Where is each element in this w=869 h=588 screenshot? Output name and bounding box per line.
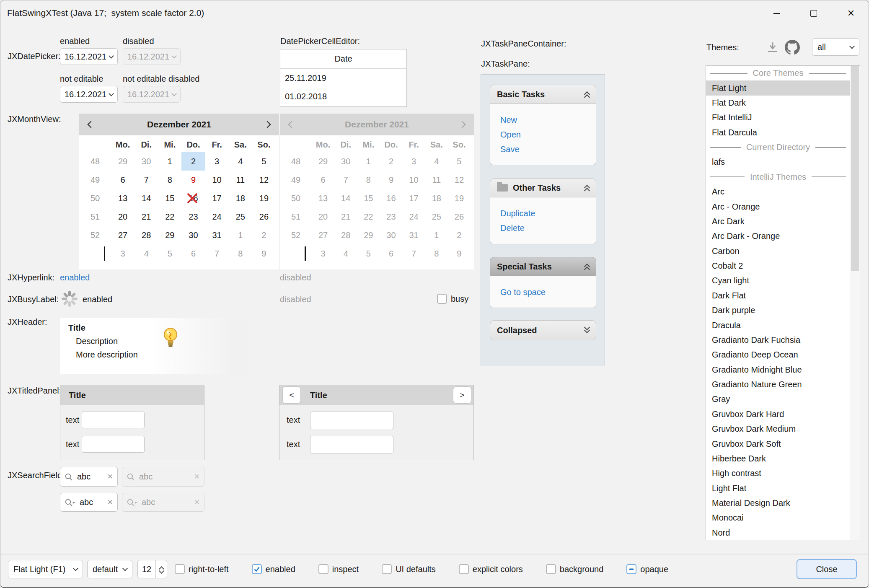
themes-filter-combo[interactable]: all — [812, 38, 859, 56]
day-cell[interactable]: 18 — [229, 189, 252, 207]
text-input[interactable] — [82, 436, 145, 453]
day-cell[interactable]: 15 — [158, 189, 181, 207]
search-field-enabled[interactable]: ✕ — [60, 467, 118, 487]
theme-list-item[interactable]: Arc Dark — [706, 214, 850, 229]
day-cell[interactable]: 29 — [158, 226, 181, 244]
theme-list-item[interactable]: Gradianto Nature Green — [706, 377, 850, 392]
laf-combo[interactable]: Flat Light (F1) — [8, 560, 83, 578]
checkbox-unchecked[interactable] — [382, 564, 392, 574]
theme-list-item[interactable]: Arc — [706, 184, 850, 199]
day-cell[interactable]: 11 — [229, 171, 252, 189]
search-input[interactable] — [79, 497, 104, 508]
day-cell[interactable]: 2 — [252, 226, 276, 244]
busy-checkbox[interactable] — [437, 294, 447, 304]
task-link[interactable]: Save — [500, 142, 596, 157]
day-cell[interactable]: 5 — [158, 244, 181, 263]
theme-list-item[interactable]: Monocai — [706, 510, 850, 525]
theme-list-item[interactable]: Arc - Orange — [706, 199, 850, 214]
checkbox-group-explicit-colors[interactable]: explicit colors — [459, 564, 523, 574]
day-cell[interactable]: 4 — [229, 152, 252, 171]
day-cell[interactable]: 31 — [205, 226, 229, 244]
titled-panel-prev-button[interactable]: < — [282, 386, 301, 404]
task-link[interactable]: New — [500, 113, 596, 127]
day-cell[interactable]: 26 — [252, 207, 276, 226]
task-link[interactable]: Go to space — [500, 285, 596, 300]
theme-list-item[interactable]: Dark Flat — [706, 288, 850, 303]
text-input[interactable] — [82, 412, 145, 428]
style-combo[interactable]: default — [87, 560, 132, 578]
collapse-icon[interactable] — [585, 264, 589, 269]
checkbox-unchecked[interactable] — [175, 564, 185, 574]
day-cell[interactable]: 29 — [111, 152, 134, 171]
day-cell[interactable]: 3 — [111, 244, 134, 263]
day-cell[interactable]: 27 — [111, 226, 134, 244]
checkbox-unchecked[interactable] — [318, 564, 328, 574]
expand-icon[interactable] — [585, 327, 589, 333]
theme-list-item[interactable]: lafs — [706, 155, 850, 169]
close-window-button[interactable]: ✕ — [838, 0, 864, 26]
clear-search-icon[interactable]: ✕ — [107, 498, 113, 507]
chevron-down-icon[interactable] — [109, 53, 114, 59]
theme-list-item[interactable]: High contrast — [706, 466, 850, 481]
day-cell[interactable]: 23 — [181, 207, 205, 226]
theme-list-item[interactable]: Flat IntelliJ — [706, 110, 850, 125]
day-cell[interactable]: 8 — [229, 244, 252, 263]
day-cell[interactable]: 20 — [111, 207, 134, 226]
day-cell[interactable]: 8 — [158, 171, 181, 189]
day-cell[interactable]: 3 — [205, 152, 229, 171]
theme-list-item[interactable]: Dracula — [706, 318, 850, 332]
day-cell[interactable]: 22 — [158, 207, 181, 226]
theme-list-item[interactable]: Gruvbox Dark Medium — [706, 422, 850, 436]
day-cell[interactable]: 6 — [111, 171, 134, 189]
datepicker-cell-editor-table[interactable]: Date 25.11.201901.02.2018 — [280, 49, 407, 107]
day-cell[interactable]: 28 — [134, 226, 158, 244]
task-link[interactable]: Delete — [500, 221, 596, 236]
taskpane-header[interactable]: Collapsed — [490, 320, 596, 340]
chevron-down-icon[interactable] — [109, 91, 114, 96]
checkbox-group-inspect[interactable]: inspect — [318, 564, 359, 574]
day-cell[interactable]: 10 — [205, 171, 229, 189]
taskpane-header[interactable]: Other Tasks — [490, 178, 596, 197]
theme-list-item[interactable]: Arc Dark - Orange — [706, 229, 850, 243]
minimize-button[interactable] — [763, 0, 790, 26]
day-cell[interactable]: 21 — [134, 207, 158, 226]
day-cell[interactable]: 25 — [229, 207, 252, 226]
font-size-spinner[interactable]: 12 — [137, 560, 167, 578]
theme-list-item[interactable]: Cyan light — [706, 273, 850, 288]
theme-list-item[interactable]: Material Design Dark — [706, 496, 850, 510]
datepicker-noteditable[interactable]: 16.12.2021 — [60, 86, 118, 103]
checkbox-checked[interactable] — [252, 564, 262, 574]
checkbox-unchecked[interactable] — [459, 564, 469, 574]
close-button[interactable]: Close — [797, 559, 857, 579]
collapse-icon[interactable] — [585, 91, 589, 97]
theme-list-item[interactable]: Gradianto Midnight Blue — [706, 363, 850, 377]
day-cell[interactable]: 5 — [252, 152, 276, 171]
day-cell[interactable]: 24 — [205, 207, 229, 226]
table-row[interactable]: 25.11.2019 — [280, 69, 406, 87]
theme-list-item[interactable]: Nord — [706, 526, 850, 540]
day-cell[interactable]: 2 — [181, 152, 205, 171]
collapse-icon[interactable] — [585, 185, 589, 191]
download-icon[interactable] — [766, 41, 779, 53]
task-link[interactable]: Open — [500, 127, 596, 142]
titled-panel-next-button[interactable]: > — [453, 386, 471, 404]
busy-checkbox-group[interactable]: busy — [437, 294, 468, 304]
table-row[interactable]: 01.02.2018 — [280, 87, 406, 106]
checkbox-unchecked[interactable] — [546, 564, 556, 574]
maximize-button[interactable] — [800, 0, 827, 26]
theme-list-item[interactable]: Hiberbee Dark — [706, 451, 850, 466]
day-cell[interactable]: 7 — [134, 171, 158, 189]
search-input[interactable] — [76, 471, 104, 482]
spinner-buttons[interactable] — [155, 560, 167, 578]
hyperlink-enabled[interactable]: enabled — [60, 273, 90, 282]
github-icon[interactable] — [785, 40, 800, 55]
day-cell[interactable]: 6 — [181, 244, 205, 263]
day-cell[interactable]: 30 — [134, 152, 158, 171]
text-input[interactable] — [310, 436, 393, 453]
checkbox-indeterminate[interactable] — [626, 564, 636, 574]
theme-list-item[interactable]: Gradianto Dark Fuchsia — [706, 333, 850, 347]
day-cell[interactable]: 12 — [252, 171, 276, 189]
day-cell[interactable]: 4 — [134, 244, 158, 263]
day-cell[interactable]: 16 — [181, 189, 205, 207]
day-cell[interactable]: 1 — [229, 226, 252, 244]
